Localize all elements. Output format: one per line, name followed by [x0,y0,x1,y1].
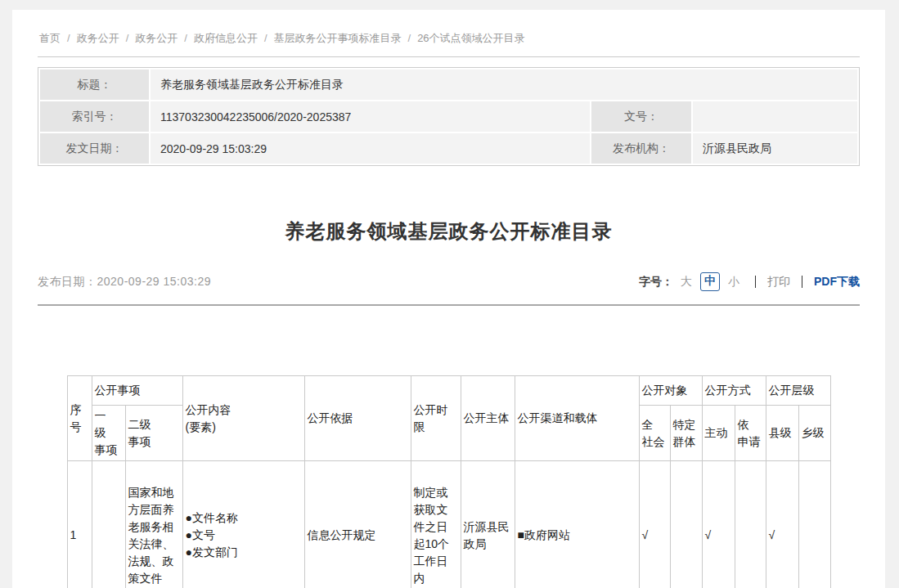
font-size-label: 字号： [639,275,673,290]
header-matters: 公开事项 [92,376,182,406]
meta-title-label: 标题： [40,70,149,100]
cell-time-limit: 制定或获取文件之日起10个工作日内 [411,461,461,588]
catalog-table-row: 1 国家和地方层面养老服务相关法律、法规、政策文件 ●文件名称 ●文号 ●发文部… [67,461,830,588]
breadcrumb-item-pilot-catalog[interactable]: 26个试点领域公开目录 [417,32,524,44]
meta-row-date: 发文日期： 2020-09-29 15:03:29 发布机构： 沂源县民政局 [40,133,857,164]
meta-index-label: 索引号： [40,101,149,132]
header-level-town: 乡级 [798,406,830,461]
cell-seq: 1 [67,461,92,588]
header-target-all: 全 社会 [639,406,670,461]
meta-title-value: 养老服务领域基层政务公开标准目录 [151,70,857,100]
content-card: 首页/政务公开/政务公开/政府信息公开/基层政务公开事项标准目录/26个试点领域… [12,10,885,588]
font-size-small-button[interactable]: 小 [728,275,739,290]
header-channel: 公开渠道和载体 [515,376,639,461]
cell-channel: ■政府网站 [515,461,639,588]
meta-agency-label: 发布机构： [591,133,691,164]
toolbar-divider [802,276,802,288]
header-target: 公开对象 [639,376,702,406]
breadcrumb-item-government-info[interactable]: 政府信息公开 [194,32,258,44]
header-method-request: 依 申请 [735,406,766,461]
breadcrumb-separator: / [184,32,187,44]
breadcrumb-item-zhengwu-gongkai-1[interactable]: 政务公开 [77,32,119,44]
header-subject: 公开主体 [461,376,515,461]
cell-level-county: √ [766,461,798,588]
font-size-medium-button[interactable]: 中 [700,272,720,291]
header-level1: 一 级 事项 [92,406,125,461]
breadcrumb-item-zhengwu-gongkai-2[interactable]: 政务公开 [135,32,178,44]
header-level: 公开层级 [766,376,830,406]
breadcrumb-separator: / [264,32,267,44]
toolbar-divider [755,276,756,288]
meta-docno-value [693,101,857,132]
header-content: 公开内容 (要素) [182,376,304,461]
cell-method-request [735,461,766,588]
print-button[interactable]: 打印 [767,275,790,290]
breadcrumb: 首页/政务公开/政务公开/政府信息公开/基层政务公开事项标准目录/26个试点领域… [38,10,860,57]
cell-target-all: √ [639,461,670,588]
breadcrumb-item-home[interactable]: 首页 [39,32,61,44]
header-level-county: 县级 [766,406,798,461]
header-method: 公开方式 [702,376,766,406]
page-title: 养老服务领域基层政务公开标准目录 [38,218,860,245]
cell-level2: 国家和地方层面养老服务相关法律、法规、政策文件 [125,461,182,588]
publish-date-label: 发布日期： [38,275,97,288]
meta-date-label: 发文日期： [40,133,149,164]
meta-row-title: 标题： 养老服务领域基层政务公开标准目录 [40,70,857,100]
pdf-download-button[interactable]: PDF下载 [814,275,860,290]
cell-method-active: √ [702,461,735,588]
publish-info-bar: 发布日期：2020-09-29 15:03:29 字号： 大 中 小 打印 PD… [38,272,860,291]
font-size-large-button[interactable]: 大 [681,275,692,290]
header-seq: 序号 [67,376,92,461]
cell-level-town [798,461,830,588]
cell-target-specific [670,461,702,588]
header-method-active: 主动 [702,406,735,461]
header-time-limit: 公开时 限 [411,376,461,461]
publish-date: 发布日期：2020-09-29 15:03:29 [38,275,211,290]
publish-date-value: 2020-09-29 15:03:29 [97,275,212,288]
meta-row-index: 索引号： 113703230042235006/2020-2025387 文号： [40,101,857,132]
header-level2: 二级 事项 [125,406,182,461]
breadcrumb-separator: / [67,32,70,44]
breadcrumb-item-standard-catalog[interactable]: 基层政务公开事项标准目录 [274,32,402,44]
header-target-specific: 特定 群体 [670,406,702,461]
section-divider [38,304,860,306]
breadcrumb-separator: / [126,32,129,44]
catalog-header-row-1: 序号 公开事项 公开内容 (要素) 公开依据 公开时 限 公开主体 公开渠道和载… [67,376,830,406]
catalog-table: 序号 公开事项 公开内容 (要素) 公开依据 公开时 限 公开主体 公开渠道和载… [67,375,831,588]
header-basis: 公开依据 [304,376,411,461]
article-toolbar: 字号： 大 中 小 打印 PDF下载 [639,272,860,291]
meta-docno-label: 文号： [591,101,691,132]
cell-subject: 沂源县民政局 [461,461,515,588]
meta-date-value: 2020-09-29 15:03:29 [151,133,590,164]
cell-level1 [92,461,125,588]
meta-agency-value: 沂源县民政局 [693,133,857,164]
document-meta-table: 标题： 养老服务领域基层政务公开标准目录 索引号： 11370323004223… [38,67,860,166]
cell-basis: 信息公开规定 [304,461,411,588]
cell-content: ●文件名称 ●文号 ●发文部门 [182,461,304,588]
meta-index-value: 113703230042235006/2020-2025387 [151,101,590,132]
breadcrumb-separator: / [408,32,411,44]
